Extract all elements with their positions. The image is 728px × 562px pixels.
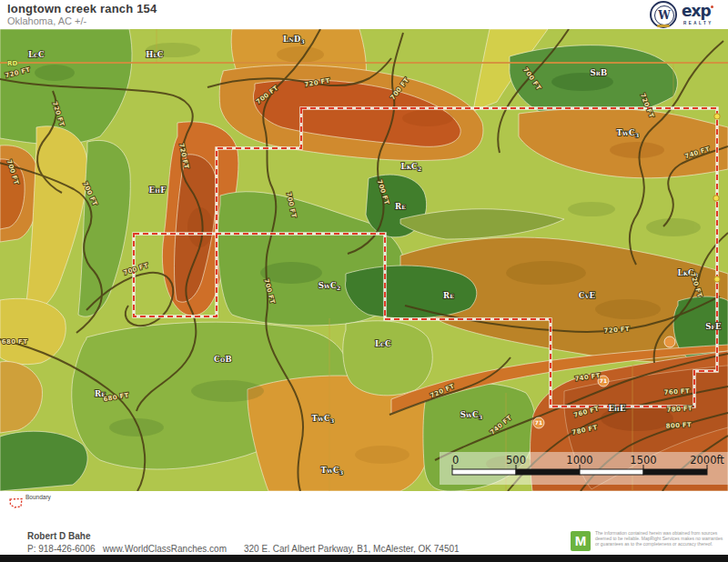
exp-realty-sub: REALTY xyxy=(683,21,725,25)
soil-label: SfE xyxy=(705,322,722,331)
soil-label: SrB xyxy=(591,68,608,77)
soil-label: CoB xyxy=(214,355,232,364)
bottom-bar xyxy=(0,555,728,562)
soil-label: EhF xyxy=(149,186,167,195)
legend: Boundary xyxy=(0,491,728,511)
scale-tick-label: 0 xyxy=(452,454,459,467)
exp-wordmark: exp xyxy=(682,2,711,20)
exp-realty-logo: exp REALTY xyxy=(682,4,725,27)
map-canvas: 7171 LcCHlCLnD3SrBTwC3LkC2ReEhFSwC2ReCvE… xyxy=(0,29,728,491)
wcr-monogram: W xyxy=(654,5,674,25)
soil-label: Re xyxy=(443,291,454,300)
scale-tick-label: 1500 xyxy=(630,454,656,467)
boundary-corner-marker-icon xyxy=(713,196,719,201)
scale-tick-label: 2000ft xyxy=(690,454,724,467)
mapright-block: M The information contained herein was o… xyxy=(571,529,725,557)
soil-label: Re xyxy=(395,202,406,211)
agent-website-link[interactable]: www.WorldClassRanches.com xyxy=(103,544,227,554)
page-title: longtown creek ranch 154 xyxy=(7,2,157,15)
exp-dot-icon xyxy=(711,5,713,8)
wcr-ribbon xyxy=(657,25,670,27)
disclaimer-text: The information contained herein was obt… xyxy=(595,530,724,547)
soil-id-marker-label: 71 xyxy=(535,419,542,426)
page-root: longtown creek ranch 154 Oklahoma, AC +/… xyxy=(0,0,728,562)
contour-elevation-label: 760 FT xyxy=(664,387,691,396)
header: longtown creek ranch 154 Oklahoma, AC +/… xyxy=(0,0,728,29)
scale-tick-label: 1000 xyxy=(566,454,592,467)
contour-elevation-label: 680 FT xyxy=(2,338,27,346)
page-subtitle: Oklahoma, AC +/- xyxy=(7,15,86,26)
soil-label: HlC xyxy=(146,50,164,59)
soil-id-marker-icon xyxy=(664,336,675,347)
legend-item-boundary xyxy=(7,494,25,507)
soil-label: LcC xyxy=(375,339,391,348)
wcr-badge-logo: W xyxy=(650,1,677,28)
soil-label: EhE xyxy=(608,404,626,413)
contour-elevation-label: 800 FT xyxy=(666,421,693,429)
scale-tick-label: 500 xyxy=(506,454,526,467)
soil-label: LcC xyxy=(28,50,45,59)
agent-phone: P: 918-426-6006 xyxy=(27,544,96,554)
soil-topo-map: 7171 LcCHlCLnD3SrBTwC3LkC2ReEhFSwC2ReCvE… xyxy=(0,29,728,491)
agent-name: Robert D Bahe xyxy=(27,531,90,541)
mapright-logo: M xyxy=(571,531,591,551)
boundary-corner-marker-icon xyxy=(714,276,720,282)
contour-elevation-label: 780 FT xyxy=(667,405,693,413)
boundary-corner-marker-icon xyxy=(714,114,720,119)
boundary-swatch-icon xyxy=(7,497,25,509)
road-label: RD xyxy=(7,60,17,67)
legend-label: Boundary xyxy=(25,494,51,500)
scale-bar: 0500100015002000ft xyxy=(440,452,728,485)
soil-label: CvE xyxy=(579,291,596,300)
agent-address: 320 E. Carl Albert Parkway, B1, McAleste… xyxy=(244,544,460,554)
